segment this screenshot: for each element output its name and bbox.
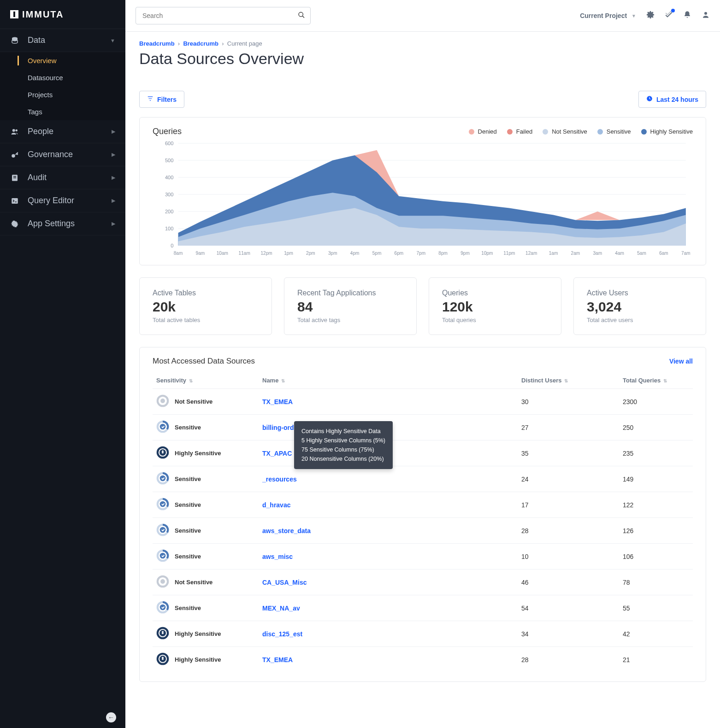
sort-queries[interactable]: ⇅: [663, 378, 667, 383]
svg-point-4: [12, 129, 15, 132]
current-project-selector[interactable]: Current Project ▼: [580, 12, 636, 19]
sensitivity-label: Sensitive: [175, 605, 201, 611]
timerange-button[interactable]: Last 24 hours: [638, 91, 706, 108]
table-row[interactable]: Highly Sensitive TX_APAC 35 235: [153, 440, 693, 466]
svg-text:9am: 9am: [196, 251, 205, 256]
search-container: [136, 7, 311, 24]
sort-sensitivity[interactable]: ⇅: [189, 378, 193, 383]
sidebar-item-app-settings[interactable]: App Settings ▶: [0, 212, 125, 235]
sidebar-item-label: People: [28, 127, 53, 136]
chevron-right-icon: ▶: [112, 129, 115, 135]
svg-point-61: [160, 476, 166, 481]
breadcrumb-link[interactable]: Breadcrumb: [183, 40, 218, 47]
sensitivity-icon: [156, 394, 169, 409]
notification-dot: [671, 9, 675, 12]
datasource-link[interactable]: TX_EMEA: [262, 398, 293, 405]
table-row[interactable]: Sensitive MEX_NA_av 54 55: [153, 595, 693, 621]
stat-title: Queries: [442, 289, 548, 297]
datasource-link[interactable]: _resources: [262, 476, 297, 483]
collapse-sidebar-button[interactable]: ←: [106, 712, 116, 722]
brand-logo: IMMUTA: [0, 0, 125, 29]
total-queries: 235: [619, 440, 693, 466]
sidebar-subitem-overview[interactable]: Overview: [0, 52, 125, 69]
svg-text:8pm: 8pm: [438, 251, 448, 256]
sidebar-item-governance[interactable]: Governance ▶: [0, 143, 125, 166]
arrow-left-icon: ←: [108, 714, 114, 721]
sort-name[interactable]: ⇅: [281, 378, 285, 383]
breadcrumb: Breadcrumb › Breadcrumb › Current page: [139, 40, 706, 47]
datasource-link[interactable]: disc_125_est: [262, 630, 302, 638]
datasource-link[interactable]: d_hravac: [262, 501, 290, 509]
settings-button[interactable]: [646, 11, 655, 21]
sidebar-subitem-datasource[interactable]: Datasource: [0, 69, 125, 86]
svg-rect-8: [13, 176, 16, 177]
sidebar-item-label: App Settings: [28, 219, 75, 229]
table-row[interactable]: Sensitive aws_store_data 28 126: [153, 518, 693, 544]
datasource-link[interactable]: MEX_NA_av: [262, 605, 300, 612]
view-all-link[interactable]: View all: [669, 358, 693, 365]
distinct-users: 35: [518, 440, 619, 466]
sensitivity-icon: [156, 627, 169, 641]
sidebar-item-query-editor[interactable]: Query Editor ▶: [0, 189, 125, 212]
datasource-link[interactable]: TX_APAC: [262, 450, 292, 457]
sidebar-subnav-data: Overview Datasource Projects Tags: [0, 52, 125, 120]
table-row[interactable]: Not Sensitive CA_USA_Misc 46 78: [153, 569, 693, 595]
datasource-link[interactable]: aws_misc: [262, 553, 293, 560]
clock-icon: [646, 95, 653, 103]
search-input[interactable]: [136, 7, 311, 24]
table-row[interactable]: Highly Sensitive disc_125_est 34 42: [153, 621, 693, 647]
distinct-users: 24: [518, 466, 619, 492]
stat-title: Active Users: [587, 289, 693, 297]
svg-text:10pm: 10pm: [481, 251, 493, 256]
table-row[interactable]: Sensitive d_hravac 17 122: [153, 492, 693, 518]
user-menu-button[interactable]: [702, 11, 710, 21]
sidebar: IMMUTA Data ▼ Overview Datasource Projec…: [0, 0, 125, 728]
table-row[interactable]: Not Sensitive TX_EMEA 30 2300: [153, 389, 693, 415]
svg-point-71: [160, 605, 166, 611]
svg-text:10am: 10am: [217, 251, 228, 256]
stat-card: Queries 120k Total queries: [429, 277, 561, 335]
total-queries: 78: [619, 569, 693, 595]
datasource-link[interactable]: CA_USA_Misc: [262, 579, 307, 586]
distinct-users: 10: [518, 544, 619, 569]
svg-point-14: [704, 12, 707, 15]
sidebar-item-data[interactable]: Data ▼: [0, 29, 125, 52]
distinct-users: 17: [518, 492, 619, 518]
chevron-right-icon: ▶: [112, 198, 115, 204]
sensitivity-icon: [156, 523, 169, 538]
distinct-users: 46: [518, 569, 619, 595]
stat-card: Active Tables 20k Total active tables: [139, 277, 272, 335]
stat-title: Recent Tag Applications: [297, 289, 403, 297]
total-queries: 149: [619, 466, 693, 492]
search-icon[interactable]: [298, 12, 305, 20]
breadcrumb-link[interactable]: Breadcrumb: [139, 40, 175, 47]
datasource-link[interactable]: aws_store_data: [262, 527, 311, 534]
filters-label: Filters: [157, 96, 177, 103]
sidebar-item-audit[interactable]: Audit ▶: [0, 166, 125, 189]
sort-users[interactable]: ⇅: [564, 378, 568, 383]
filters-button[interactable]: Filters: [139, 91, 184, 108]
table-row[interactable]: Sensitive billing-orders 27 250: [153, 415, 693, 440]
svg-text:7am: 7am: [681, 251, 690, 256]
sidebar-subitem-projects[interactable]: Projects: [0, 86, 125, 103]
sidebar-subitem-tags[interactable]: Tags: [0, 103, 125, 120]
notifications-button[interactable]: [683, 11, 691, 21]
timerange-label: Last 24 hours: [656, 96, 698, 103]
stat-subtitle: Total active tables: [153, 317, 259, 323]
chart-title: Queries: [153, 127, 182, 136]
total-queries: 42: [619, 621, 693, 647]
table-row[interactable]: Highly Sensitive TX_EMEA 28 21: [153, 647, 693, 673]
datasource-link[interactable]: TX_EMEA: [262, 656, 293, 663]
distinct-users: 27: [518, 415, 619, 440]
chevron-right-icon: ▶: [112, 175, 115, 181]
table-row[interactable]: Sensitive aws_misc 10 106: [153, 544, 693, 569]
sensitivity-label: Sensitive: [175, 501, 201, 508]
stat-subtitle: Total queries: [442, 317, 548, 323]
svg-text:6am: 6am: [659, 251, 668, 256]
approvals-button[interactable]: [665, 11, 673, 21]
sensitivity-label: Not Sensitive: [175, 579, 212, 586]
sensitivity-label: Not Sensitive: [175, 398, 212, 405]
table-row[interactable]: Sensitive _resources 24 149: [153, 466, 693, 492]
sensitivity-icon: [156, 601, 169, 615]
sidebar-item-people[interactable]: People ▶: [0, 120, 125, 143]
